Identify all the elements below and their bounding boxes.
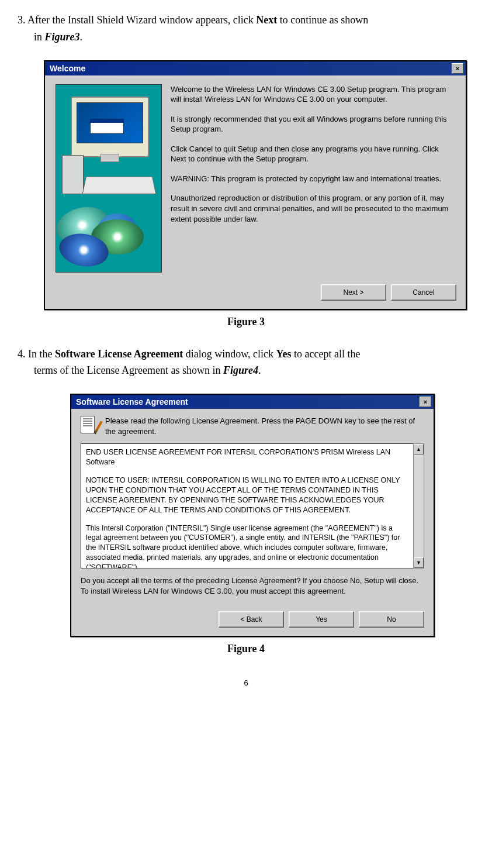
document-icon bbox=[81, 416, 99, 435]
license-text-content[interactable]: END USER LICENSE AGREEMENT FOR INTERSIL … bbox=[81, 443, 414, 569]
step-text: After the Install Shield Wizard window a… bbox=[27, 14, 256, 26]
step-text: in bbox=[34, 31, 45, 43]
cancel-button[interactable]: Cancel bbox=[391, 284, 456, 301]
no-button[interactable]: No bbox=[359, 611, 424, 628]
license-text-area: END USER LICENSE AGREEMENT FOR INTERSIL … bbox=[81, 443, 424, 569]
figure-3-caption: Figure 3 bbox=[18, 316, 474, 328]
step-text: to continue as shown bbox=[277, 14, 368, 26]
keyboard-icon bbox=[82, 176, 157, 194]
step-text: . bbox=[80, 31, 83, 43]
license-p3: This Intersil Corporation ("INTERSIL") S… bbox=[86, 523, 408, 569]
step-text: to accept all the bbox=[292, 348, 361, 360]
step-bold-yes: Yes bbox=[276, 348, 292, 360]
next-button[interactable]: Next > bbox=[321, 284, 386, 301]
dialog-title: Software License Agreement bbox=[74, 397, 188, 407]
license-dialog: Software License Agreement × Please read… bbox=[70, 394, 435, 637]
figure-ref: Figure3 bbox=[45, 31, 80, 43]
scroll-down-button[interactable]: ▼ bbox=[414, 557, 424, 568]
dialog-body: Please read the following License Agreem… bbox=[71, 409, 434, 605]
close-icon: × bbox=[456, 65, 459, 72]
titlebar: Software License Agreement × bbox=[71, 395, 434, 409]
button-row: < Back Yes No bbox=[71, 605, 434, 636]
step-bold-next: Next bbox=[256, 14, 277, 26]
setup-graphic bbox=[56, 84, 162, 273]
welcome-p5: Unauthorized reproduction or distributio… bbox=[171, 193, 455, 224]
step-text: In the bbox=[28, 348, 55, 360]
step-4: 4. In the Software License Agreement dia… bbox=[18, 346, 474, 380]
license-p1: END USER LICENSE AGREEMENT FOR INTERSIL … bbox=[86, 447, 408, 467]
down-arrow-icon: ▼ bbox=[416, 560, 421, 566]
step-bold-sla: Software License Agreement bbox=[55, 348, 183, 360]
yes-button[interactable]: Yes bbox=[289, 611, 354, 628]
back-button[interactable]: < Back bbox=[219, 611, 284, 628]
monitor-icon bbox=[71, 97, 149, 157]
step-text: dialog window, click bbox=[183, 348, 276, 360]
button-row: Next > Cancel bbox=[45, 278, 466, 309]
welcome-p4: WARNING: This program is protected by co… bbox=[171, 174, 455, 184]
license-header: Please read the following License Agreem… bbox=[81, 416, 424, 436]
dialog-title: Welcome bbox=[47, 64, 85, 73]
welcome-text-block: Welcome to the Wireless LAN for Windows … bbox=[171, 84, 455, 273]
welcome-p2: It is strongly recommended that you exit… bbox=[171, 114, 455, 135]
license-p2: NOTICE TO USER: INTERSIL CORPORATION IS … bbox=[86, 476, 408, 515]
page-number: 6 bbox=[18, 678, 474, 687]
license-question: Do you accept all the terms of the prece… bbox=[81, 576, 424, 596]
step-text: . bbox=[258, 364, 261, 376]
step-text: terms of the License Agreement as shown … bbox=[34, 364, 223, 376]
close-button[interactable]: × bbox=[452, 63, 463, 74]
titlebar: Welcome × bbox=[45, 61, 466, 75]
close-button[interactable]: × bbox=[420, 397, 431, 407]
welcome-p1: Welcome to the Wireless LAN for Windows … bbox=[171, 84, 455, 105]
figure-ref: Figure4 bbox=[223, 364, 258, 376]
license-instructions: Please read the following License Agreem… bbox=[105, 416, 424, 436]
close-icon: × bbox=[424, 398, 427, 405]
step-number: 4. bbox=[18, 348, 26, 360]
scrollbar[interactable]: ▲ ▼ bbox=[413, 443, 424, 569]
dialog-body: Welcome to the Wireless LAN for Windows … bbox=[45, 75, 466, 278]
figure-4-caption: Figure 4 bbox=[18, 643, 474, 655]
scroll-up-button[interactable]: ▲ bbox=[414, 444, 424, 454]
step-3: 3. After the Install Shield Wizard windo… bbox=[18, 12, 474, 46]
scroll-track[interactable] bbox=[414, 454, 424, 557]
welcome-p3: Click Cancel to quit Setup and then clos… bbox=[171, 144, 455, 164]
step-number: 3. bbox=[18, 14, 26, 26]
welcome-dialog-wrapper: Welcome × Welcome to the Wireless LAN fo… bbox=[44, 60, 474, 310]
license-dialog-wrapper: Software License Agreement × Please read… bbox=[70, 394, 474, 637]
welcome-dialog: Welcome × Welcome to the Wireless LAN fo… bbox=[44, 60, 467, 310]
up-arrow-icon: ▲ bbox=[416, 446, 421, 452]
tower-icon bbox=[62, 155, 84, 194]
